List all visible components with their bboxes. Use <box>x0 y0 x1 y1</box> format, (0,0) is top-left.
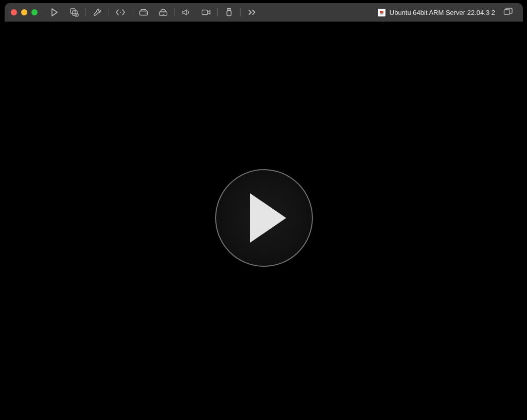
title-area: Ubuntu 64bit ARM Server 22.04.3 2 <box>378 9 495 16</box>
toolbar-separator <box>217 8 218 16</box>
svg-rect-17 <box>504 10 510 14</box>
overflow-button[interactable] <box>242 3 262 22</box>
toolbar <box>45 3 262 22</box>
window-controls <box>11 9 38 15</box>
window-title: Ubuntu 64bit ARM Server 22.04.3 2 <box>390 9 495 16</box>
svg-rect-15 <box>380 11 383 13</box>
toolbar-separator <box>174 8 175 16</box>
code-icon <box>115 9 126 16</box>
vm-display <box>5 22 523 414</box>
wrench-icon <box>93 8 102 17</box>
optical-drive-icon <box>159 8 168 16</box>
vm-file-icon <box>378 9 385 16</box>
svg-rect-9 <box>202 10 207 15</box>
sound-button[interactable] <box>177 3 196 22</box>
minimize-window-button[interactable] <box>21 9 27 15</box>
windows-icon <box>503 8 513 17</box>
sound-icon <box>182 8 191 16</box>
close-window-button[interactable] <box>11 9 17 15</box>
toolbar-separator <box>109 8 109 16</box>
optical-drive-button[interactable] <box>153 3 173 22</box>
settings-button[interactable] <box>87 3 107 22</box>
play-icon <box>250 193 286 243</box>
toolbar-separator <box>240 8 241 16</box>
svg-point-3 <box>120 12 121 13</box>
developer-button[interactable] <box>111 3 130 22</box>
windows-button[interactable] <box>499 3 517 22</box>
start-vm-button[interactable] <box>215 169 313 267</box>
overflow-icon <box>248 9 257 16</box>
snapshot-button[interactable] <box>64 3 84 22</box>
svg-rect-6 <box>160 12 167 15</box>
play-icon <box>51 8 58 16</box>
camera-button[interactable] <box>196 3 216 22</box>
camera-icon <box>201 9 211 16</box>
play-button[interactable] <box>45 3 64 22</box>
usb-button[interactable] <box>219 3 239 22</box>
toolbar-separator <box>132 8 132 16</box>
vm-window: Ubuntu 64bit ARM Server 22.04.3 2 <box>5 3 523 414</box>
usb-icon <box>225 8 233 17</box>
fullscreen-window-button[interactable] <box>31 9 38 15</box>
disk-button[interactable] <box>134 3 153 22</box>
toolbar-separator <box>85 8 86 16</box>
titlebar: Ubuntu 64bit ARM Server 22.04.3 2 <box>5 3 523 22</box>
hdd-icon <box>139 9 148 16</box>
svg-point-5 <box>146 13 147 14</box>
svg-rect-13 <box>227 11 231 16</box>
svg-point-7 <box>163 11 164 12</box>
snapshot-icon <box>69 8 79 17</box>
svg-rect-16 <box>380 13 383 14</box>
